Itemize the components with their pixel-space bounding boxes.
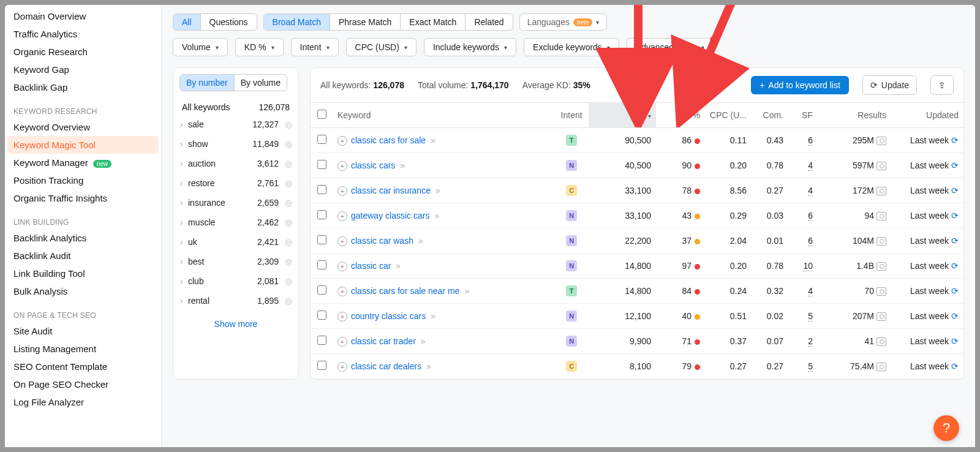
open-keyword-icon[interactable]: » bbox=[396, 261, 401, 271]
eye-icon[interactable]: ◎ bbox=[279, 257, 292, 266]
cell-sf[interactable]: 4 bbox=[808, 160, 813, 171]
keyword-link[interactable]: classic cars for sale bbox=[351, 135, 426, 145]
serp-preview-icon[interactable] bbox=[876, 363, 886, 371]
group-row[interactable]: ›uk2,421◎ bbox=[173, 232, 298, 252]
col-cpc[interactable]: CPC (U... bbox=[705, 103, 752, 128]
cell-sf[interactable]: 6 bbox=[808, 211, 813, 221]
col-sf[interactable]: SF bbox=[788, 103, 818, 128]
open-keyword-icon[interactable]: » bbox=[434, 211, 439, 220]
group-row[interactable]: ›sale12,327◎ bbox=[173, 115, 298, 134]
serp-preview-icon[interactable] bbox=[876, 187, 886, 195]
refresh-row-icon[interactable]: ⟳ bbox=[951, 286, 959, 296]
refresh-row-icon[interactable]: ⟳ bbox=[951, 236, 959, 246]
row-checkbox[interactable] bbox=[317, 260, 326, 269]
eye-icon[interactable]: ◎ bbox=[279, 276, 292, 286]
sidebar-item-organic-research[interactable]: Organic Research bbox=[5, 43, 161, 61]
sidebar-item-position-tracking[interactable]: Position Tracking bbox=[5, 171, 161, 189]
row-checkbox[interactable] bbox=[317, 210, 326, 219]
group-row[interactable]: ›insurance2,659◎ bbox=[173, 193, 298, 213]
all-keywords-row[interactable]: All keywords 126,078 bbox=[173, 97, 298, 115]
serp-preview-icon[interactable] bbox=[876, 212, 886, 220]
show-more-button[interactable]: Show more bbox=[173, 311, 298, 333]
update-button[interactable]: ⟳ Update bbox=[862, 75, 917, 95]
sidebar-item-backlink-audit[interactable]: Backlink Audit bbox=[5, 247, 161, 265]
filter-cpc[interactable]: CPC (USD)▾ bbox=[346, 38, 417, 56]
filter-intent[interactable]: Intent▾ bbox=[291, 38, 339, 56]
cell-sf[interactable]: 4 bbox=[808, 286, 813, 296]
add-keyword-icon[interactable]: + bbox=[337, 262, 347, 271]
serp-preview-icon[interactable] bbox=[876, 337, 886, 346]
serp-preview-icon[interactable] bbox=[876, 262, 886, 271]
row-checkbox[interactable] bbox=[317, 311, 326, 320]
row-checkbox[interactable] bbox=[317, 336, 326, 345]
refresh-row-icon[interactable]: ⟳ bbox=[951, 211, 959, 220]
add-keyword-icon[interactable]: + bbox=[337, 211, 347, 221]
keyword-link[interactable]: classic cars bbox=[351, 160, 395, 170]
sidebar-item-keyword-magic-tool[interactable]: Keyword Magic Tool bbox=[7, 136, 159, 154]
add-keyword-icon[interactable]: + bbox=[337, 136, 347, 146]
row-checkbox[interactable] bbox=[317, 285, 326, 295]
export-button[interactable]: ⇪ bbox=[930, 75, 954, 95]
sidebar-item-domain-overview[interactable]: Domain Overview bbox=[5, 7, 161, 25]
group-row[interactable]: ›restore2,761◎ bbox=[173, 173, 298, 193]
row-checkbox[interactable] bbox=[317, 185, 326, 194]
serp-preview-icon[interactable] bbox=[876, 237, 886, 246]
match-exact[interactable]: Exact Match bbox=[401, 14, 466, 30]
sidebar-item-keyword-overview[interactable]: Keyword Overview bbox=[5, 118, 161, 136]
col-intent[interactable]: Intent bbox=[554, 103, 589, 128]
filter-kd[interactable]: KD %▾ bbox=[235, 38, 284, 56]
cell-sf[interactable]: 6 bbox=[808, 135, 813, 146]
add-to-keyword-list-button[interactable]: + Add to keyword list bbox=[751, 76, 849, 94]
eye-icon[interactable]: ◎ bbox=[279, 178, 292, 188]
add-keyword-icon[interactable]: + bbox=[337, 312, 347, 322]
open-keyword-icon[interactable]: » bbox=[431, 135, 435, 145]
keyword-link[interactable]: classic car wash bbox=[351, 236, 413, 246]
keyword-link[interactable]: country classic cars bbox=[351, 311, 426, 321]
refresh-row-icon[interactable]: ⟳ bbox=[951, 135, 959, 145]
sidebar-item-on-page-seo-checker[interactable]: On Page SEO Checker bbox=[5, 375, 161, 393]
eye-icon[interactable]: ◎ bbox=[279, 237, 292, 247]
serp-preview-icon[interactable] bbox=[876, 312, 886, 321]
group-row[interactable]: ›rental1,895◎ bbox=[173, 291, 298, 311]
group-row[interactable]: ›club2,081◎ bbox=[173, 271, 298, 291]
select-all-checkbox[interactable] bbox=[317, 110, 326, 119]
refresh-row-icon[interactable]: ⟳ bbox=[951, 160, 959, 170]
group-row[interactable]: ›show11,849◎ bbox=[173, 134, 298, 154]
cell-sf[interactable]: 6 bbox=[808, 236, 813, 246]
row-checkbox[interactable] bbox=[317, 361, 326, 370]
open-keyword-icon[interactable]: » bbox=[421, 336, 426, 346]
serp-preview-icon[interactable] bbox=[876, 137, 886, 145]
refresh-row-icon[interactable]: ⟳ bbox=[951, 261, 959, 271]
keyword-link[interactable]: gateway classic cars bbox=[351, 211, 429, 220]
add-keyword-icon[interactable]: + bbox=[337, 287, 347, 296]
sidebar-item-backlink-analytics[interactable]: Backlink Analytics bbox=[5, 229, 161, 247]
sidebar-item-log-file-analyzer[interactable]: Log File Analyzer bbox=[5, 393, 161, 411]
eye-icon[interactable]: ◎ bbox=[279, 159, 292, 168]
keyword-link[interactable]: classic car trader bbox=[351, 336, 416, 346]
add-keyword-icon[interactable]: + bbox=[337, 161, 347, 171]
cell-sf[interactable]: 2 bbox=[808, 336, 813, 347]
open-keyword-icon[interactable]: » bbox=[426, 361, 431, 371]
group-row[interactable]: ›auction3,612◎ bbox=[173, 154, 298, 173]
filter-include[interactable]: Include keywords▾ bbox=[424, 38, 516, 56]
add-keyword-icon[interactable]: + bbox=[337, 362, 347, 372]
row-checkbox[interactable] bbox=[317, 160, 326, 169]
open-keyword-icon[interactable]: » bbox=[400, 160, 405, 170]
sidebar-item-organic-traffic-insights[interactable]: Organic Traffic Insights bbox=[5, 189, 161, 207]
sidebar-item-traffic-analytics[interactable]: Traffic Analytics bbox=[5, 25, 161, 43]
col-volume[interactable]: Volu▾ bbox=[589, 103, 656, 128]
open-keyword-icon[interactable]: » bbox=[418, 236, 423, 246]
serp-preview-icon[interactable] bbox=[876, 287, 886, 296]
help-button[interactable]: ? bbox=[933, 415, 959, 441]
add-keyword-icon[interactable]: + bbox=[337, 186, 347, 196]
cell-sf[interactable]: 5 bbox=[808, 311, 813, 322]
eye-icon[interactable]: ◎ bbox=[279, 139, 292, 149]
sidebar-item-link-building-tool[interactable]: Link Building Tool bbox=[5, 265, 161, 282]
sidebar-item-keyword-manager[interactable]: Keyword Manager new bbox=[5, 154, 161, 171]
filter-exclude[interactable]: Exclude keywords▾ bbox=[524, 38, 619, 56]
col-com[interactable]: Com. bbox=[752, 103, 788, 128]
open-keyword-icon[interactable]: » bbox=[464, 286, 469, 296]
group-row[interactable]: ›best2,309◎ bbox=[173, 252, 298, 271]
keyword-link[interactable]: classic car dealers bbox=[351, 361, 421, 371]
serp-preview-icon[interactable] bbox=[876, 162, 886, 170]
